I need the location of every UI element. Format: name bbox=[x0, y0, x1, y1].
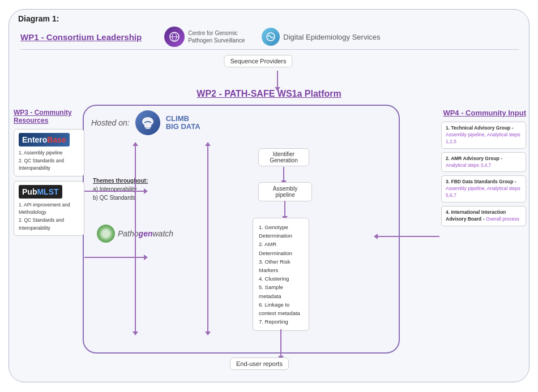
enterobase-items: 1. Assembly pipeline 2. QC Standards and… bbox=[19, 149, 79, 173]
themes-text: Themes throughout: a) Interoperability b… bbox=[93, 176, 148, 202]
themes-label: Themes throughout: bbox=[93, 178, 148, 184]
pw-icon bbox=[97, 225, 115, 243]
seq-providers-box: Sequence Providers bbox=[224, 55, 292, 67]
pubmlst-items: 1. API improvement and Methodology 2. QC… bbox=[19, 201, 79, 232]
arrow-assembly-to-steps bbox=[284, 201, 285, 217]
step-5: 5. Samplemetadata bbox=[259, 283, 303, 300]
enterobase-box: EnteroBase 1. Assembly pipeline 2. QC St… bbox=[14, 129, 84, 176]
wp3-section: WP3 - Community Resources EnteroBase 1. … bbox=[14, 109, 84, 236]
wp4-item-1-title: 1. Technical Advisory Group - bbox=[446, 125, 514, 131]
climb-text: CLIMB BIG DATA bbox=[166, 115, 200, 131]
wp4-item-3: 3. FBD Data Standards Group - Assembly p… bbox=[441, 175, 526, 203]
wp4-item-3-title: 3. FBD Data Standards Group - bbox=[446, 179, 516, 184]
wp1-title: WP1 - Consortium Leadership bbox=[20, 32, 142, 42]
wp1-section: WP1 - Consortium Leadership Centre for G… bbox=[9, 27, 530, 47]
wp4-item-4-detail: Overall process bbox=[486, 216, 519, 222]
pubmlst-item-2: 2. QC Standards and Interoperability bbox=[19, 217, 79, 232]
wp2-title: WP2 - PATH-SAFE WS1a Platform bbox=[197, 89, 341, 99]
wp4-title: WP4 - Community Input bbox=[441, 109, 526, 117]
arrow-wp4-to-platform bbox=[377, 236, 439, 237]
enterobase-item-1: 1. Assembly pipeline bbox=[19, 149, 79, 157]
wp4-item-3-detail: Assembly pipeline, Analytical steps 5,6,… bbox=[446, 186, 520, 198]
des-logo: Digital Epidemiology Services bbox=[262, 28, 380, 46]
wp4-item-2-detail: Analytical steps 3,4,7 bbox=[446, 162, 491, 168]
wp4-section: WP4 - Community Input 1. Technical Advis… bbox=[441, 109, 526, 230]
des-icon bbox=[262, 28, 280, 46]
pubmlst-logo: PubMLST bbox=[19, 185, 62, 199]
wp1-separator bbox=[20, 49, 519, 50]
steps-box: 1. GenotypeDetermination 2. AMRDetermina… bbox=[253, 218, 309, 331]
climb-name: CLIMB bbox=[166, 115, 200, 123]
wp3-title: WP3 - Community Resources bbox=[14, 109, 84, 124]
step-7: 7. Reporting bbox=[259, 317, 303, 326]
assembly-box: Assembly pipeline bbox=[258, 182, 312, 201]
id-gen-text: IdentifierGeneration bbox=[263, 151, 304, 163]
step-2: 2. AMRDetermination bbox=[259, 240, 303, 257]
pubmlst-item-1: 1. API improvement and Methodology bbox=[19, 201, 79, 217]
cgps-text: Centre for Genomic Pathogen Surveillance bbox=[188, 29, 245, 44]
wp4-item-2: 2. AMR Advisory Group - Analytical steps… bbox=[441, 152, 526, 173]
climb-icon bbox=[135, 110, 160, 135]
arrow-to-end-user bbox=[280, 329, 281, 356]
wp4-item-2-title: 2. AMR Advisory Group - bbox=[446, 156, 502, 161]
arrow-seq-to-wp2 bbox=[277, 71, 278, 88]
step-4: 4. Clustering bbox=[259, 274, 303, 283]
hosted-on-text: Hosted on: bbox=[91, 118, 130, 127]
arrow-themes-vertical bbox=[135, 145, 136, 332]
climb-header: Hosted on: CLIMB BIG DATA bbox=[91, 110, 200, 135]
enterobase-item-2: 2. QC Standards and Interoperability bbox=[19, 157, 79, 173]
des-text: Digital Epidemiology Services bbox=[283, 33, 380, 41]
enterobase-logo: EnteroBase bbox=[19, 133, 70, 147]
wp4-item-4: 4. International Interaction Advisory Bo… bbox=[441, 206, 526, 226]
diagram-title: Diagram 1: bbox=[18, 14, 59, 23]
step-1: 1. GenotypeDetermination bbox=[259, 223, 303, 240]
themes-b: b) QC Standards bbox=[93, 195, 135, 201]
wp4-item-1-detail: Assembly pipeline, Analytical steps 1,2,… bbox=[446, 132, 520, 144]
logos-area: Centre for Genomic Pathogen Surveillance… bbox=[164, 27, 380, 47]
wp4-item-1: 1. Technical Advisory Group - Assembly p… bbox=[441, 122, 526, 149]
id-gen-box: IdentifierGeneration bbox=[258, 148, 309, 166]
cgps-icon bbox=[164, 27, 185, 47]
cgps-logo: Centre for Genomic Pathogen Surveillance bbox=[164, 27, 245, 47]
arrow-id-to-assembly bbox=[283, 167, 284, 181]
step-3: 3. Other RiskMarkers bbox=[259, 257, 303, 274]
climb-sub: BIG DATA bbox=[166, 123, 200, 131]
pubmlst-box: PubMLST 1. API improvement and Methodolo… bbox=[14, 181, 84, 236]
arrow-wp3-vertical bbox=[207, 145, 208, 332]
pw-text: Pathogenwatch bbox=[118, 229, 173, 238]
outer-container: Diagram 1: WP1 - Consortium Leadership C… bbox=[8, 9, 530, 382]
end-user-box: End-user reports bbox=[230, 357, 289, 370]
step-6: 6. Linkage tocontext metadata bbox=[259, 300, 303, 317]
